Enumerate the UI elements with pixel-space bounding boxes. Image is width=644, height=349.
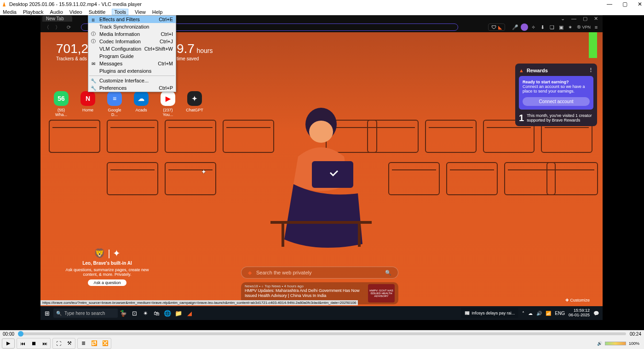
tools-item-codec-information[interactable]: ⓘCodec InformationCtrl+J	[88, 38, 176, 45]
menu-help[interactable]: Help	[152, 9, 163, 15]
svg-marker-0	[3, 2, 6, 6]
menu-media[interactable]: Media	[3, 9, 17, 15]
reload-icon[interactable]: ⟳	[65, 24, 72, 30]
menu-audio[interactable]: Audio	[50, 9, 63, 15]
download-icon[interactable]: ⬇	[539, 23, 546, 31]
search-placeholder: Search the web privately	[256, 270, 311, 275]
tools-item-media-information[interactable]: ⓘMedia InformationCtrl+I	[88, 30, 176, 38]
green-badge	[589, 32, 597, 58]
chrome-icon[interactable]: 🌐	[162, 308, 173, 319]
brave-taskbar-icon[interactable]: ◢	[184, 308, 195, 319]
svg-rect-6	[358, 224, 361, 247]
leo-ask-button[interactable]: Ask a question	[88, 279, 126, 286]
tools-item-customize-interface-[interactable]: 🔧Customize Interface...	[88, 77, 176, 84]
taskbar-app-1[interactable]: 🦆	[118, 308, 129, 319]
tray-chevron-icon[interactable]: ˄	[522, 311, 524, 316]
brave-minimize-icon[interactable]: —	[571, 16, 576, 22]
store-icon[interactable]: 🛍	[151, 308, 162, 319]
volume-level: 100%	[629, 341, 639, 346]
wallet-icon[interactable]: ❏	[548, 23, 556, 31]
shortcut--55-wha-[interactable]: 56(55) Wha...	[52, 91, 71, 117]
shortcut-google-d-[interactable]: ≡Google D...	[105, 91, 124, 117]
vlc-menu-bar: Media Playback Audio Video Subtitle Tool…	[0, 8, 644, 16]
shortcut-acads[interactable]: ☁Acads	[132, 91, 151, 117]
seek-knob[interactable]	[18, 331, 23, 337]
maximize-button[interactable]: ▢	[622, 1, 627, 7]
tools-item-preferences[interactable]: 🔧PreferencesCtrl+P	[88, 84, 176, 92]
rewards-title: Rewards	[527, 68, 548, 73]
brave-tab-newtab[interactable]: New Tab	[42, 16, 72, 22]
stats-hours: 9.7 hours time saved	[177, 41, 213, 61]
rewards-menu-icon[interactable]: ⋮	[588, 67, 593, 73]
taskbar-clock[interactable]: 15:59:12 06-01-2025	[569, 308, 590, 318]
shortcut-chatgpt[interactable]: ✦ChatGPT	[185, 91, 204, 117]
shuffle-button[interactable]: 🔀	[100, 338, 111, 349]
notifications-icon[interactable]: 💬	[593, 311, 599, 316]
hamburger-icon[interactable]: ≡	[592, 23, 600, 31]
vpn-button[interactable]: ⦿ VPN	[577, 25, 591, 29]
seek-track[interactable]	[18, 332, 626, 335]
fullscreen-button[interactable]: ⛶	[53, 338, 64, 349]
ext-settings-button[interactable]: ⚒	[64, 338, 75, 349]
next-button[interactable]: ⏭	[39, 338, 50, 349]
menu-view[interactable]: View	[135, 9, 146, 15]
leo-desc: Ask questions, summarize pages, create n…	[59, 268, 155, 277]
tools-item-track-synchronization[interactable]: Track Synchronization	[88, 23, 176, 30]
stats-hours-unit: hours	[196, 47, 213, 54]
profile-icon[interactable]	[521, 23, 528, 31]
tools-item-program-guide[interactable]: Program Guide	[88, 52, 176, 60]
brave-maximize-icon[interactable]: ▢	[583, 16, 587, 22]
menu-video[interactable]: Video	[69, 9, 82, 15]
extensions-icon[interactable]: ✧	[530, 23, 537, 31]
customize-button[interactable]: ✚ Customize	[565, 298, 590, 302]
back-icon[interactable]: 〈	[43, 24, 50, 31]
rewards-ready: Ready to start earning?	[523, 80, 569, 84]
tools-item-messages[interactable]: ✉MessagesCtrl+M	[88, 60, 176, 67]
menu-subtitle[interactable]: Subtitle	[89, 9, 106, 15]
shortcut-home[interactable]: NHome	[78, 91, 98, 117]
start-button[interactable]: ⊞	[40, 310, 53, 317]
brave-close-icon[interactable]: ✕	[594, 16, 598, 22]
rewards-card: ▲ Rewards ⋮ Ready to start earning? Conn…	[515, 64, 597, 126]
svg-point-2	[309, 121, 333, 143]
rewards-connect-button[interactable]: Connect account	[523, 97, 590, 106]
onedrive-icon[interactable]: ☁	[528, 311, 533, 316]
leo-icon[interactable]: ✶	[567, 23, 574, 31]
taskview-icon[interactable]: ⊡	[129, 308, 140, 319]
speaker-icon[interactable]: 🔊	[597, 341, 602, 346]
stats-hours-num: 9.7	[177, 41, 195, 56]
svg-rect-3	[312, 161, 353, 188]
menu-tools[interactable]: Tools	[112, 9, 128, 15]
playlist-button[interactable]: ≣	[78, 338, 89, 349]
prev-button[interactable]: ⏮	[17, 338, 28, 349]
taskbar-news[interactable]: 📰 Infosys delays pay rai...	[461, 308, 518, 318]
loop-button[interactable]: 🔁	[89, 338, 100, 349]
explorer-icon[interactable]: 📁	[173, 308, 184, 319]
lang-indicator[interactable]: ENG	[555, 311, 565, 316]
svg-rect-5	[282, 224, 284, 247]
wifi-icon[interactable]: 📶	[546, 311, 551, 316]
close-button[interactable]: ✕	[638, 1, 642, 7]
tools-item-effects-and-filters[interactable]: ⫼Effects and FiltersCtrl+E	[88, 16, 176, 23]
tools-item-plugins-and-extensions[interactable]: Plugins and extensions	[88, 67, 176, 75]
leo-panel: 🦁 | ✦ Leo, Brave's built-in AI Ask quest…	[59, 248, 155, 286]
volume-slider[interactable]	[605, 342, 626, 345]
brave-caret-down-icon[interactable]: ⌄	[561, 16, 565, 22]
copilot-icon[interactable]: ✴	[140, 308, 151, 319]
taskbar-search[interactable]: 🔍 Type here to search	[53, 308, 118, 318]
brave-shields[interactable]: 🛡 ◣	[488, 23, 505, 31]
vlc-window-title: Desktop 2025.01.06 - 15.59.11.02.mp4 - V…	[9, 1, 142, 7]
news-thumbnail: HMPV: GOVT HAS ISSUED HEALTH ADVISORY	[368, 284, 395, 302]
mic-icon[interactable]: 🎤	[512, 23, 519, 31]
volume-icon[interactable]: 🔊	[536, 311, 542, 316]
minimize-button[interactable]: —	[607, 1, 612, 7]
play-button[interactable]: ▶	[2, 338, 15, 349]
forward-icon[interactable]: 〉	[54, 24, 61, 31]
sidebar-icon[interactable]: ▣	[558, 23, 565, 31]
stop-button[interactable]: ◼	[28, 338, 39, 349]
ntp-search-bar[interactable]: ◆ Search the web privately 🔍	[241, 267, 398, 279]
shortcut--237-you-[interactable]: ▶(237) You...	[158, 91, 178, 117]
tools-item-vlm-configuration[interactable]: VLM ConfigurationCtrl+Shift+W	[88, 45, 176, 52]
taskbar-search-placeholder: Type here to search	[64, 311, 105, 316]
menu-playback[interactable]: Playback	[23, 9, 44, 15]
